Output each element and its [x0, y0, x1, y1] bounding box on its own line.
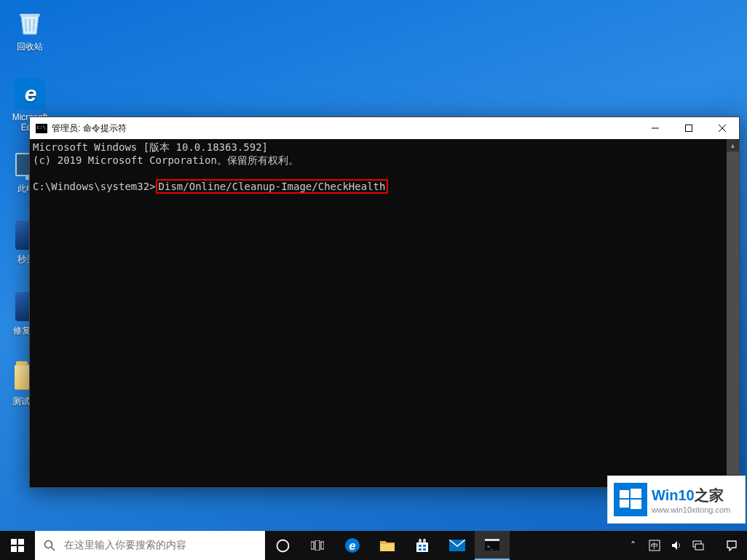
svg-rect-20 — [423, 548, 426, 551]
svg-text:e: e — [349, 540, 356, 552]
svg-rect-12 — [311, 542, 314, 549]
svg-rect-6 — [631, 489, 641, 498]
task-view-icon — [311, 540, 324, 551]
minimize-button[interactable] — [639, 117, 672, 139]
task-view-button[interactable] — [300, 531, 335, 560]
svg-point-11 — [277, 540, 288, 551]
scroll-up-button[interactable]: ▲ — [727, 139, 739, 151]
notification-icon — [726, 540, 738, 551]
taskbar-pinned: e >_ — [265, 531, 510, 560]
svg-rect-17 — [419, 545, 422, 547]
command-prompt-window: 管理员: 命令提示符 Microsoft Windows [版本 10.0.18… — [29, 117, 740, 488]
tray-ime-button[interactable]: 中 — [644, 540, 665, 551]
svg-rect-19 — [419, 548, 422, 551]
scrollbar[interactable]: ▲ ▼ — [727, 139, 739, 487]
tray-network-button[interactable] — [687, 540, 709, 551]
svg-rect-7 — [620, 500, 629, 508]
scroll-thumb[interactable] — [727, 151, 739, 475]
terminal-body[interactable]: Microsoft Windows [版本 10.0.18363.592] (c… — [30, 139, 727, 487]
start-button[interactable] — [0, 531, 35, 560]
watermark-url: www.win10xitong.com — [652, 505, 730, 514]
highlighted-command: Dism/Online/Cleanup-Image/CheckHealth — [156, 179, 389, 194]
windows-logo-icon — [614, 483, 647, 516]
close-button[interactable] — [706, 117, 739, 139]
terminal-line: (c) 2019 Microsoft Corporation。保留所有权利。 — [33, 154, 299, 166]
search-icon — [44, 540, 55, 551]
taskbar-app-explorer[interactable] — [370, 531, 405, 560]
cmd-icon — [36, 124, 47, 133]
terminal-line: Microsoft Windows [版本 10.0.18363.592] — [33, 141, 268, 153]
svg-rect-5 — [620, 490, 629, 498]
window-title: 管理员: 命令提示符 — [52, 122, 639, 135]
mail-icon — [449, 540, 465, 551]
svg-rect-23 — [485, 539, 499, 541]
window-titlebar[interactable]: 管理员: 命令提示符 — [30, 117, 739, 139]
svg-text:中: 中 — [651, 542, 658, 550]
watermark-title: Win10之家 — [652, 486, 730, 505]
svg-rect-14 — [321, 542, 324, 549]
scroll-track[interactable] — [727, 151, 739, 475]
taskbar: 在这里输入你要搜索的内容 e >_ ˄ 中 — [0, 531, 747, 560]
volume-icon — [671, 540, 682, 551]
cortana-button[interactable] — [265, 531, 300, 560]
svg-point-9 — [45, 541, 52, 548]
search-placeholder: 在这里输入你要搜索的内容 — [64, 539, 186, 552]
terminal-prompt: C:\Windows\system32> — [33, 181, 156, 192]
tray-volume-button[interactable] — [665, 540, 687, 551]
system-tray: ˄ 中 — [622, 531, 747, 560]
search-box[interactable]: 在这里输入你要搜索的内容 — [35, 531, 265, 560]
taskbar-app-cmd[interactable]: >_ — [475, 531, 510, 560]
action-center-button[interactable] — [721, 540, 743, 551]
taskbar-app-mail[interactable] — [440, 531, 475, 560]
svg-rect-13 — [315, 540, 320, 551]
watermark: Win10之家 www.win10xitong.com — [607, 476, 746, 524]
svg-rect-28 — [695, 544, 703, 550]
windows-icon — [11, 539, 24, 552]
desktop-icon-recycle-bin[interactable]: 回收站 — [4, 7, 56, 53]
taskbar-app-store[interactable] — [405, 531, 440, 560]
network-icon — [692, 540, 704, 551]
folder-icon — [380, 540, 395, 551]
edge-icon: e — [15, 79, 45, 109]
svg-rect-18 — [423, 545, 426, 547]
ime-icon: 中 — [649, 540, 660, 551]
svg-rect-1 — [686, 125, 692, 132]
store-icon — [415, 538, 430, 553]
chevron-up-icon: ˄ — [631, 540, 636, 551]
svg-rect-8 — [631, 500, 641, 509]
recycle-bin-icon — [15, 7, 45, 38]
cortana-icon — [276, 539, 290, 553]
tray-overflow-button[interactable]: ˄ — [622, 540, 644, 551]
taskbar-app-edge[interactable]: e — [335, 531, 370, 560]
edge-icon: e — [344, 537, 360, 553]
cmd-icon: >_ — [485, 539, 499, 551]
maximize-button[interactable] — [672, 117, 706, 139]
desktop-icon-label: 回收站 — [4, 41, 56, 53]
svg-line-10 — [52, 548, 55, 551]
svg-text:>_: >_ — [487, 544, 494, 550]
